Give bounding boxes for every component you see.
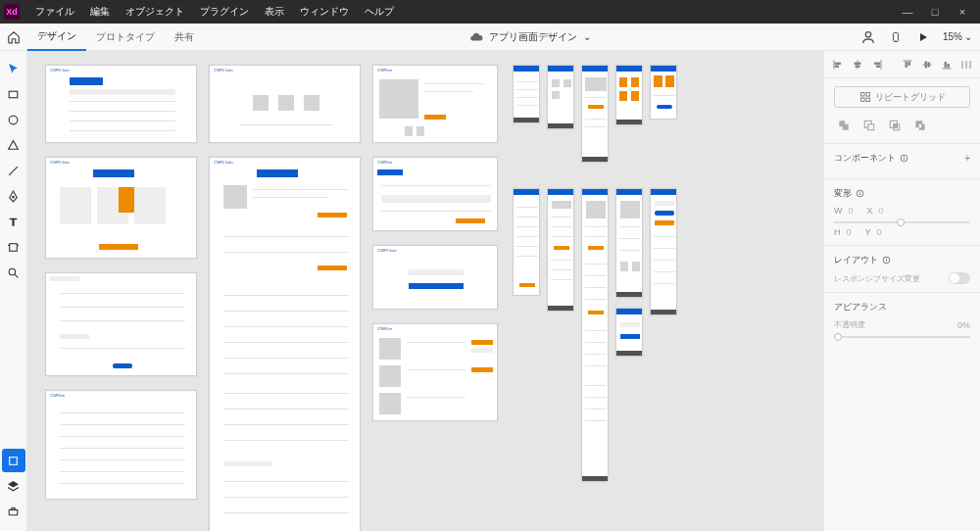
chevron-down-icon: ⌄ bbox=[964, 31, 972, 42]
svg-rect-26 bbox=[908, 62, 910, 65]
align-left-icon[interactable] bbox=[831, 58, 845, 72]
select-tool[interactable] bbox=[2, 57, 25, 80]
zoom-tool[interactable] bbox=[2, 261, 25, 284]
zoom-level[interactable]: 15% ⌄ bbox=[939, 31, 976, 42]
opacity-slider[interactable] bbox=[834, 336, 970, 338]
menu-plugins[interactable]: プラグイン bbox=[192, 5, 257, 19]
tab-prototype[interactable]: プロトタイプ bbox=[86, 24, 165, 51]
align-bottom-icon[interactable] bbox=[940, 58, 954, 72]
artboard-mobile[interactable] bbox=[650, 65, 677, 120]
svg-rect-17 bbox=[835, 66, 838, 68]
window-minimize-button[interactable]: — bbox=[894, 0, 921, 24]
canvas[interactable]: COMPU Salon COMPU Salon COMPUnet bbox=[27, 51, 823, 531]
artboard[interactable]: COMPU Salon bbox=[45, 157, 197, 259]
svg-rect-22 bbox=[874, 63, 879, 65]
artboard[interactable]: COMPUnet bbox=[372, 323, 498, 421]
x-value[interactable]: 0 bbox=[879, 206, 884, 216]
svg-rect-19 bbox=[855, 63, 860, 65]
svg-rect-31 bbox=[945, 62, 947, 67]
artboard[interactable]: COMPU Salon bbox=[209, 65, 361, 143]
ellipse-tool[interactable] bbox=[2, 108, 25, 131]
lock-aspect-slider[interactable] bbox=[834, 221, 970, 223]
user-avatar-button[interactable] bbox=[857, 25, 880, 49]
add-component-button[interactable]: + bbox=[964, 153, 970, 164]
text-tool[interactable] bbox=[2, 210, 25, 233]
svg-line-11 bbox=[15, 274, 18, 277]
info-icon bbox=[856, 189, 864, 198]
artboard[interactable]: COMPUnet bbox=[372, 65, 498, 143]
height-value[interactable]: 0 bbox=[847, 227, 852, 237]
align-right-icon[interactable] bbox=[870, 58, 884, 72]
home-button[interactable] bbox=[0, 30, 27, 44]
menu-edit[interactable]: 編集 bbox=[82, 5, 118, 19]
intersect-icon[interactable] bbox=[885, 116, 905, 135]
artboard-mobile[interactable] bbox=[615, 65, 643, 125]
artboard-mobile[interactable] bbox=[513, 188, 540, 296]
align-hcenter-icon[interactable] bbox=[851, 58, 864, 72]
artboard-mobile[interactable] bbox=[615, 308, 643, 357]
artboard-tool[interactable] bbox=[2, 235, 25, 259]
svg-rect-37 bbox=[866, 93, 870, 97]
artboard[interactable]: COMPU Salon bbox=[209, 157, 361, 531]
document-title: アプリ画面デザイン bbox=[489, 30, 577, 44]
rectangle-tool[interactable] bbox=[2, 82, 25, 106]
artboard[interactable] bbox=[45, 272, 197, 376]
artboard-mobile[interactable] bbox=[547, 188, 574, 312]
artboard[interactable]: COMPU Salon bbox=[45, 65, 197, 143]
menu-window[interactable]: ウィンドウ bbox=[292, 5, 357, 19]
window-maximize-button[interactable]: □ bbox=[921, 0, 949, 24]
window-close-button[interactable]: × bbox=[949, 0, 976, 24]
info-icon bbox=[900, 154, 908, 163]
svg-point-4 bbox=[9, 116, 18, 124]
properties-panel: リピートグリッド コンポーネント + 変形 W0 X0 bbox=[823, 51, 980, 531]
title-dropdown-icon: ⌄ bbox=[583, 31, 591, 42]
artboard[interactable]: COMPUnet bbox=[45, 390, 197, 500]
artboard-mobile[interactable] bbox=[581, 65, 609, 163]
opacity-value[interactable]: 0% bbox=[957, 320, 970, 330]
appearance-section: アピアランス 不透明度 0% bbox=[824, 293, 980, 350]
artboard-mobile[interactable] bbox=[650, 188, 677, 315]
menu-help[interactable]: ヘルプ bbox=[357, 5, 402, 19]
responsive-toggle[interactable] bbox=[949, 272, 970, 284]
app-icon: Xd bbox=[4, 4, 20, 20]
document-title-area[interactable]: アプリ画面デザイン ⌄ bbox=[204, 30, 857, 44]
libraries-panel-button[interactable] bbox=[2, 474, 25, 498]
polygon-tool[interactable] bbox=[2, 133, 25, 157]
artboard-mobile[interactable] bbox=[513, 65, 540, 123]
svg-rect-39 bbox=[866, 98, 870, 102]
menu-object[interactable]: オブジェクト bbox=[118, 5, 192, 19]
artboard[interactable]: COMPUnet bbox=[372, 157, 498, 231]
artboard[interactable]: COMPU Salon bbox=[372, 245, 498, 310]
mode-tabs: デザイン プロトタイプ 共有 bbox=[27, 24, 204, 51]
tab-design[interactable]: デザイン bbox=[27, 24, 86, 51]
mobile-preview-button[interactable] bbox=[884, 25, 907, 49]
opacity-label: 不透明度 bbox=[834, 319, 865, 330]
artboard-mobile[interactable] bbox=[581, 188, 609, 482]
width-value[interactable]: 0 bbox=[849, 206, 854, 216]
pen-tool[interactable] bbox=[2, 184, 25, 208]
svg-rect-38 bbox=[860, 98, 864, 102]
svg-line-5 bbox=[9, 167, 18, 175]
line-tool[interactable] bbox=[2, 159, 25, 182]
y-value[interactable]: 0 bbox=[877, 227, 882, 237]
align-top-icon[interactable] bbox=[901, 58, 914, 72]
desktop-preview-button[interactable] bbox=[911, 25, 935, 49]
svg-rect-44 bbox=[894, 124, 898, 127]
component-section: コンポーネント + bbox=[824, 144, 980, 179]
info-icon bbox=[882, 256, 891, 265]
layers-panel-button[interactable] bbox=[2, 449, 25, 472]
artboard-mobile[interactable] bbox=[547, 65, 574, 129]
svg-rect-23 bbox=[876, 66, 879, 68]
distribute-icon[interactable] bbox=[959, 58, 973, 72]
svg-rect-41 bbox=[868, 124, 874, 130]
plugins-panel-button[interactable] bbox=[2, 500, 25, 523]
menu-file[interactable]: ファイル bbox=[27, 5, 82, 19]
subtract-icon[interactable] bbox=[859, 116, 879, 135]
align-vcenter-icon[interactable] bbox=[920, 58, 934, 72]
menu-view[interactable]: 表示 bbox=[257, 5, 292, 19]
tab-share[interactable]: 共有 bbox=[165, 24, 204, 51]
artboard-mobile[interactable] bbox=[615, 188, 643, 298]
exclude-icon[interactable] bbox=[910, 116, 930, 135]
repeat-grid-button[interactable]: リピートグリッド bbox=[834, 86, 970, 108]
union-icon[interactable] bbox=[834, 116, 854, 135]
